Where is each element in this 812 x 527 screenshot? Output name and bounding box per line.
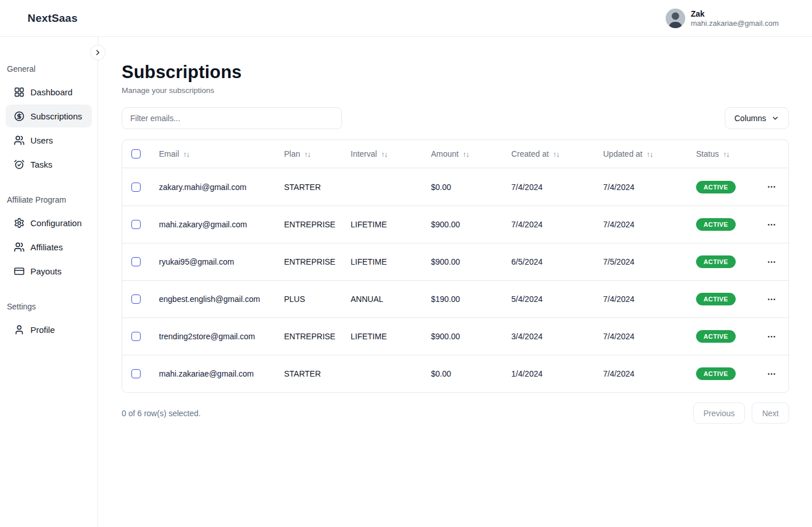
users-icon bbox=[14, 135, 25, 146]
sidebar-item-dashboard[interactable]: Dashboard bbox=[6, 80, 92, 103]
alarm-check-icon bbox=[14, 159, 25, 170]
row-actions-button[interactable] bbox=[762, 328, 781, 345]
row-checkbox[interactable] bbox=[131, 332, 141, 341]
table-row: ryukai95@gmail.com ENTREPRISE LIFETIME $… bbox=[122, 243, 788, 280]
more-horizontal-icon bbox=[767, 182, 776, 192]
users-icon bbox=[14, 242, 25, 253]
sidebar-section-settings: Settings Profile bbox=[0, 297, 98, 341]
cell-updated-at: 7/4/2024 bbox=[594, 220, 687, 229]
sort-icon: ↑↓ bbox=[647, 150, 653, 158]
chevron-right-icon bbox=[94, 48, 102, 57]
sidebar-item-label: Subscriptions bbox=[30, 111, 82, 121]
cell-interval: LIFETIME bbox=[341, 257, 422, 266]
row-checkbox[interactable] bbox=[131, 369, 141, 378]
sort-icon: ↑↓ bbox=[553, 150, 559, 158]
sidebar-item-users[interactable]: Users bbox=[6, 129, 92, 152]
table-row: mahi.zakariae@gmail.com STARTER $0.00 1/… bbox=[122, 355, 788, 392]
filter-emails-input[interactable] bbox=[122, 107, 342, 129]
cell-email: mahi.zakary@gmail.com bbox=[150, 220, 275, 229]
cell-created-at: 7/4/2024 bbox=[502, 220, 594, 229]
user-email: mahi.zakariae@gmail.com bbox=[691, 19, 779, 28]
row-checkbox[interactable] bbox=[131, 294, 141, 304]
dollar-circle-icon bbox=[14, 111, 25, 122]
cell-actions bbox=[756, 328, 788, 345]
sort-icon: ↑↓ bbox=[304, 150, 310, 158]
sidebar-item-label: Profile bbox=[30, 325, 55, 335]
cell-plan: STARTER bbox=[275, 369, 341, 378]
cell-created-at: 5/4/2024 bbox=[502, 294, 594, 304]
topbar: NextSaas Zak mahi.zakariae@gmail.com bbox=[0, 0, 812, 37]
more-horizontal-icon bbox=[767, 294, 776, 304]
pagination-controls: Previous Next bbox=[693, 402, 789, 424]
sidebar-item-subscriptions[interactable]: Subscriptions bbox=[6, 104, 92, 127]
row-checkbox[interactable] bbox=[131, 257, 141, 266]
cell-amount: $900.00 bbox=[422, 332, 502, 341]
cell-plan: ENTREPRISE bbox=[275, 257, 341, 266]
dashboard-icon bbox=[14, 87, 25, 98]
avatar-photo bbox=[666, 9, 685, 28]
cell-plan: ENTREPRISE bbox=[275, 220, 341, 229]
row-select-cell bbox=[122, 294, 150, 304]
table-body: zakary.mahi@gmail.com STARTER $0.00 7/4/… bbox=[122, 168, 788, 392]
gear-icon bbox=[14, 218, 25, 228]
user-name: Zak bbox=[691, 9, 779, 19]
select-all-cell bbox=[122, 149, 150, 158]
cell-amount: $0.00 bbox=[422, 369, 502, 378]
status-badge: ACTIVE bbox=[696, 367, 736, 380]
cell-updated-at: 7/4/2024 bbox=[594, 332, 687, 341]
sidebar-collapse-button[interactable] bbox=[90, 45, 106, 60]
status-badge: ACTIVE bbox=[696, 293, 736, 305]
cell-actions bbox=[756, 253, 788, 270]
table-row: mahi.zakary@gmail.com ENTREPRISE LIFETIM… bbox=[122, 206, 788, 243]
avatar[interactable] bbox=[666, 9, 685, 28]
cell-plan: ENTREPRISE bbox=[275, 332, 341, 341]
toolbar: Columns bbox=[122, 107, 789, 129]
sidebar-section-label: Affiliate Program bbox=[0, 191, 98, 210]
cell-updated-at: 7/5/2024 bbox=[594, 257, 687, 266]
next-page-button[interactable]: Next bbox=[752, 402, 789, 424]
row-checkbox[interactable] bbox=[131, 220, 141, 229]
header-email[interactable]: Email ↑↓ bbox=[150, 149, 275, 158]
sort-icon: ↑↓ bbox=[381, 150, 387, 158]
more-horizontal-icon bbox=[767, 257, 776, 267]
cell-email: trending2store@gmail.com bbox=[150, 332, 275, 341]
table-footer: 0 of 6 row(s) selected. Previous Next bbox=[122, 402, 789, 424]
cell-actions bbox=[756, 290, 788, 308]
user-menu[interactable]: Zak mahi.zakariae@gmail.com bbox=[666, 9, 779, 28]
cell-email: zakary.mahi@gmail.com bbox=[150, 183, 275, 192]
header-plan[interactable]: Plan ↑↓ bbox=[275, 149, 341, 158]
select-all-checkbox[interactable] bbox=[131, 149, 141, 158]
header-interval[interactable]: Interval ↑↓ bbox=[341, 149, 422, 158]
row-actions-button[interactable] bbox=[762, 290, 781, 308]
sidebar-item-configuration[interactable]: Configuration bbox=[6, 211, 92, 234]
sidebar-item-affiliates[interactable]: Affiliates bbox=[6, 235, 92, 258]
sidebar-item-payouts[interactable]: Payouts bbox=[6, 259, 92, 282]
sidebar-item-profile[interactable]: Profile bbox=[6, 318, 92, 341]
sidebar-item-tasks[interactable]: Tasks bbox=[6, 153, 92, 176]
cell-status: ACTIVE bbox=[687, 218, 756, 231]
credit-card-icon bbox=[14, 266, 25, 277]
columns-dropdown-button[interactable]: Columns bbox=[725, 107, 789, 129]
table-row: zakary.mahi@gmail.com STARTER $0.00 7/4/… bbox=[122, 168, 788, 206]
cell-email: mahi.zakariae@gmail.com bbox=[150, 369, 275, 378]
cell-email: engbest.english@gmail.com bbox=[150, 294, 275, 304]
table-row: trending2store@gmail.com ENTREPRISE LIFE… bbox=[122, 317, 788, 355]
cell-status: ACTIVE bbox=[687, 367, 756, 380]
row-select-cell bbox=[122, 257, 150, 266]
header-created-at[interactable]: Created at ↑↓ bbox=[502, 149, 594, 158]
cell-amount: $900.00 bbox=[422, 257, 502, 266]
table-row: engbest.english@gmail.com PLUS ANNUAL $1… bbox=[122, 280, 788, 317]
sort-icon: ↑↓ bbox=[723, 150, 729, 158]
header-status[interactable]: Status ↑↓ bbox=[687, 149, 756, 158]
header-amount[interactable]: Amount ↑↓ bbox=[422, 149, 502, 158]
row-actions-button[interactable] bbox=[762, 365, 781, 382]
header-updated-at[interactable]: Updated at ↑↓ bbox=[594, 149, 687, 158]
row-checkbox[interactable] bbox=[131, 183, 141, 192]
row-actions-button[interactable] bbox=[762, 216, 781, 233]
previous-page-button[interactable]: Previous bbox=[693, 402, 745, 424]
row-actions-button[interactable] bbox=[762, 253, 781, 270]
cell-updated-at: 7/4/2024 bbox=[594, 369, 687, 378]
sidebar-item-label: Configuration bbox=[30, 218, 81, 228]
row-actions-button[interactable] bbox=[762, 179, 781, 196]
brand-logo: NextSaas bbox=[28, 12, 77, 25]
